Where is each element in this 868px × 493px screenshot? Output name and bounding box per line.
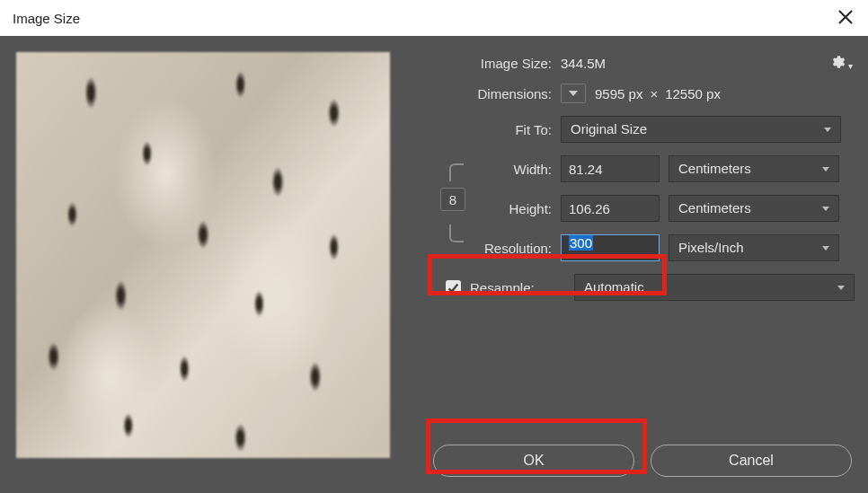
- dimensions-unit-dropdown[interactable]: [561, 84, 586, 103]
- dimensions-height: 12550 px: [665, 86, 721, 101]
- constrain-proportions-icon[interactable]: 8: [440, 188, 465, 211]
- resolution-value: 300: [569, 235, 593, 251]
- times-icon: ×: [650, 86, 658, 101]
- dimensions-width: 9595 px: [595, 86, 642, 101]
- resolution-label: Resolution:: [476, 241, 552, 256]
- resample-label: Resample:: [470, 280, 565, 295]
- settings-pane: ▾ Image Size: 344.5M Dimensions: 9595 px…: [390, 52, 855, 493]
- image-size-value: 344.5M: [561, 56, 606, 71]
- close-icon[interactable]: [836, 7, 855, 27]
- image-preview[interactable]: [16, 52, 390, 458]
- dimensions-label: Dimensions:: [399, 86, 552, 101]
- resample-value: Automatic: [584, 275, 644, 300]
- resolution-input[interactable]: 300: [561, 234, 660, 261]
- fit-to-select[interactable]: Original Size: [561, 116, 841, 143]
- width-unit-value: Centimeters: [678, 156, 751, 181]
- fit-to-value: Original Size: [571, 117, 647, 142]
- chevron-down-icon: [569, 91, 578, 96]
- height-unit-value: Centimeters: [678, 196, 751, 221]
- image-size-dialog: Image Size ▾ Image Size: 344.5M Dimensio…: [0, 0, 868, 493]
- dialog-buttons: OK Cancel: [433, 445, 852, 477]
- chevron-down-icon: [837, 286, 845, 290]
- width-label: Width:: [476, 162, 552, 177]
- chevron-down-icon: [824, 128, 831, 132]
- resolution-unit-select[interactable]: Pixels/Inch: [669, 234, 839, 261]
- width-input[interactable]: [561, 155, 660, 182]
- resolution-unit-value: Pixels/Inch: [678, 235, 744, 260]
- width-unit-select[interactable]: Centimeters: [669, 155, 839, 182]
- height-input[interactable]: [561, 195, 660, 222]
- resample-select[interactable]: Automatic: [574, 274, 855, 301]
- dimension-group: 8 Width: Centimeters Height:: [390, 155, 855, 261]
- chevron-down-icon: [822, 246, 829, 251]
- chevron-down-icon: [822, 167, 829, 172]
- ok-button[interactable]: OK: [433, 445, 634, 477]
- resample-checkbox[interactable]: [446, 280, 461, 295]
- dialog-body: ▾ Image Size: 344.5M Dimensions: 9595 px…: [0, 36, 868, 493]
- fit-to-label: Fit To:: [399, 122, 552, 137]
- height-label: Height:: [476, 201, 552, 216]
- dialog-title: Image Size: [13, 11, 80, 26]
- gear-icon[interactable]: ▾: [829, 54, 849, 74]
- title-bar: Image Size: [0, 0, 868, 36]
- height-unit-select[interactable]: Centimeters: [669, 195, 839, 222]
- chevron-down-icon: [822, 207, 829, 211]
- cancel-button[interactable]: Cancel: [651, 445, 852, 477]
- image-size-label: Image Size:: [399, 56, 552, 71]
